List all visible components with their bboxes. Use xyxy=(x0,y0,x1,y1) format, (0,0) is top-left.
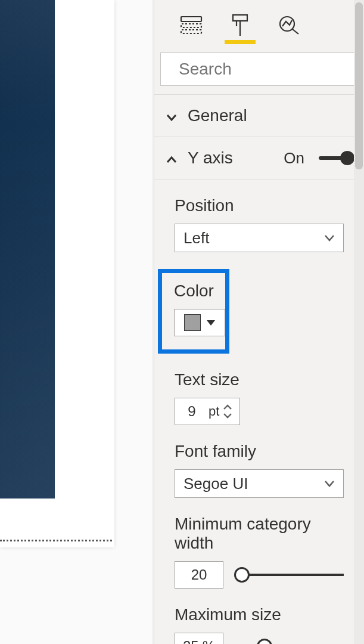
position-select[interactable]: Left xyxy=(175,224,344,252)
max-size-value: 25 xyxy=(183,638,199,644)
chevron-down-icon xyxy=(165,109,178,122)
prop-position: Position Left xyxy=(175,196,344,252)
prop-max-size: Maximum size 25 % xyxy=(175,605,344,644)
chevron-down-icon xyxy=(223,413,232,419)
pane-scrollbar[interactable] xyxy=(354,0,364,644)
svg-rect-1 xyxy=(181,24,201,27)
svg-rect-0 xyxy=(181,17,201,21)
spin-arrows[interactable] xyxy=(223,398,239,425)
y-axis-body: Position Left Color Text size 9 xyxy=(154,179,364,644)
color-highlight-box: Color xyxy=(158,269,229,354)
svg-rect-2 xyxy=(181,30,201,33)
max-size-label: Maximum size xyxy=(175,605,344,624)
font-family-select[interactable]: Segoe UI xyxy=(175,469,344,498)
section-y-axis-title: Y axis xyxy=(188,148,274,168)
chevron-down-icon xyxy=(324,480,335,487)
search-input[interactable] xyxy=(178,59,364,79)
report-canvas-area xyxy=(0,0,152,644)
chevron-down-icon xyxy=(207,320,215,326)
section-y-axis[interactable]: Y axis On xyxy=(154,137,364,179)
color-swatch xyxy=(184,314,201,331)
format-icon xyxy=(231,13,250,37)
scrollbar-thumb[interactable] xyxy=(355,2,363,169)
max-size-unit: % xyxy=(203,638,215,644)
text-size-value: 9 xyxy=(175,398,209,425)
toggle-knob xyxy=(340,151,354,165)
color-picker-button[interactable] xyxy=(174,309,225,336)
slider-thumb[interactable] xyxy=(257,639,272,644)
y-axis-toggle[interactable] xyxy=(319,156,353,160)
search-box[interactable] xyxy=(160,52,359,86)
font-family-value: Segoe UI xyxy=(183,475,248,493)
y-axis-toggle-label: On xyxy=(284,149,304,168)
chevron-down-icon xyxy=(324,234,335,242)
format-pane: General Y axis On Position Left xyxy=(154,0,364,644)
svg-line-7 xyxy=(293,29,298,34)
min-cat-width-input[interactable]: 20 xyxy=(175,561,223,589)
max-size-input[interactable]: 25 % xyxy=(175,633,223,644)
prop-font-family: Font family Segoe UI xyxy=(175,442,344,498)
min-cat-width-label: Minimum category width xyxy=(175,515,344,553)
max-size-slider[interactable] xyxy=(238,640,344,644)
position-value: Left xyxy=(183,229,209,247)
pane-tab-strip xyxy=(154,0,364,41)
prop-min-category-width: Minimum category width 20 xyxy=(175,515,344,589)
pane-tab-format[interactable] xyxy=(228,12,252,38)
slider-thumb[interactable] xyxy=(234,567,250,583)
color-label: Color xyxy=(174,281,213,301)
font-family-label: Font family xyxy=(175,442,344,461)
pane-tab-fields[interactable] xyxy=(179,12,203,38)
pane-tab-analytics[interactable] xyxy=(277,12,301,38)
prop-text-size: Text size 9 pt xyxy=(175,370,344,425)
section-general[interactable]: General xyxy=(154,95,364,137)
fields-icon xyxy=(180,15,203,35)
min-cat-width-value: 20 xyxy=(191,566,207,583)
min-cat-width-slider[interactable] xyxy=(238,569,344,581)
text-size-label: Text size xyxy=(175,370,344,389)
text-size-unit: pt xyxy=(209,398,223,425)
slider-track xyxy=(238,574,344,576)
report-visual[interactable] xyxy=(0,0,55,499)
svg-point-6 xyxy=(280,17,294,31)
chevron-up-icon xyxy=(165,151,178,165)
position-label: Position xyxy=(175,196,344,215)
svg-rect-3 xyxy=(233,15,247,21)
text-size-spinner[interactable]: 9 pt xyxy=(175,398,240,425)
chevron-up-icon xyxy=(223,404,232,410)
prop-color: Color xyxy=(175,269,344,354)
analytics-icon xyxy=(278,14,300,36)
section-general-title: General xyxy=(188,106,353,125)
